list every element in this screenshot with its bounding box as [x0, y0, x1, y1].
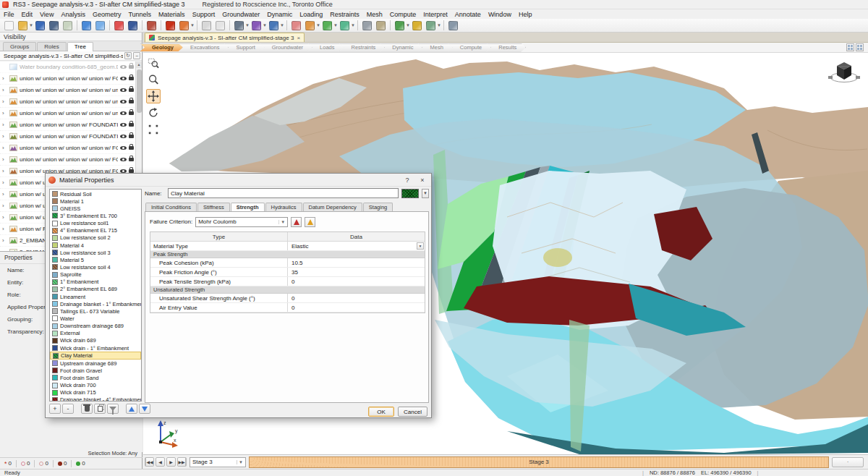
previous-stage-button[interactable]: ◀ — [156, 457, 165, 467]
lock-icon[interactable] — [129, 88, 134, 92]
workflow-tab-results[interactable]: Results — [486, 43, 526, 52]
dropdown-caret-icon[interactable]: ▼ — [406, 23, 410, 27]
add-material-button[interactable]: + — [49, 404, 61, 414]
ok-button[interactable]: OK — [368, 407, 394, 417]
dialog-title-bar[interactable]: Material Properties ? × — [46, 174, 431, 187]
toolbar-hide-entities-icon[interactable] — [290, 20, 302, 31]
expander-icon[interactable]: › — [2, 156, 7, 163]
last-stage-button[interactable]: ▶▶ — [177, 457, 187, 467]
material-item[interactable]: Material 4 — [50, 242, 141, 249]
property-data-cell[interactable]: 35 — [288, 268, 425, 276]
property-row[interactable]: Peak Cohesion (kPa)10.5 — [150, 258, 425, 268]
property-row[interactable]: Unsaturated Shear Strength Angle (°)0 — [150, 294, 425, 303]
collapse-all-icon[interactable]: − — [133, 52, 140, 59]
visibility-eye-icon[interactable] — [120, 111, 127, 115]
tab-roles[interactable]: Roles — [37, 42, 66, 51]
stage-options-button[interactable]: · — [832, 457, 864, 467]
material-item[interactable]: 1° Embankment — [50, 279, 141, 286]
tree-row[interactable]: Water boundary condition-685_geom.Defaul… — [0, 61, 136, 73]
tab-staging[interactable]: Staging — [363, 203, 393, 211]
material-item[interactable]: Foot drain Sand — [50, 374, 141, 381]
workflow-tab-mesh[interactable]: Mesh — [417, 43, 452, 52]
toolbar-display-options-icon[interactable] — [113, 20, 125, 31]
dropdown-caret-icon[interactable]: ▼ — [263, 23, 267, 27]
menu-groundwater[interactable]: Groundwater — [218, 11, 263, 18]
property-row[interactable]: Peak Tensile Strength (kPa)0 — [150, 277, 425, 286]
expand-all-icon[interactable]: ↻ — [124, 52, 132, 59]
toolbar-save-icon[interactable] — [34, 20, 46, 31]
menu-interpret[interactable]: Interpret — [420, 11, 451, 18]
menu-dynamic[interactable]: Dynamic — [263, 11, 296, 18]
expander-icon[interactable]: › — [2, 145, 7, 151]
material-item[interactable]: 3° Embankment EL 700 — [50, 212, 141, 219]
expander-icon[interactable]: › — [2, 75, 7, 82]
tab-groups[interactable]: Groups — [3, 42, 36, 51]
toolbar-visibility-options-icon[interactable] — [304, 20, 316, 31]
toolbar-select-geometry-icon[interactable] — [233, 20, 245, 31]
view-cube[interactable] — [827, 56, 861, 90]
workflow-tab-support[interactable]: Support — [224, 43, 264, 52]
tree-row[interactable]: ›union w/ union w/ union w/ union w/ uni… — [0, 85, 136, 96]
workflow-tab-groundwater[interactable]: Groundwater — [260, 43, 312, 52]
material-item[interactable]: Low resistance soil 2 — [50, 234, 141, 242]
workflow-tab-geology[interactable]: Geology — [140, 43, 183, 52]
cancel-button[interactable]: Cancel — [398, 407, 427, 417]
material-item[interactable]: External — [50, 330, 141, 337]
scroll-up-icon[interactable]: ▲ — [136, 61, 142, 68]
dropdown-caret-icon[interactable]: ▼ — [437, 23, 441, 27]
rotate-tool[interactable] — [146, 106, 161, 120]
toolbar-assign-properties-icon[interactable] — [178, 20, 190, 31]
toolbar-copy-view-icon[interactable] — [375, 20, 387, 31]
tab-tree[interactable]: Tree — [67, 42, 93, 51]
menu-view[interactable]: View — [36, 11, 57, 18]
tab-datum-dependency[interactable]: Datum Dependency — [303, 203, 362, 211]
lock-icon[interactable] — [129, 123, 134, 127]
workflow-tab-restraints[interactable]: Restraints — [339, 43, 386, 52]
dropdown-caret-icon[interactable]: ▼ — [351, 23, 355, 27]
tab-stiffness[interactable]: Stiffness — [197, 203, 230, 211]
material-item[interactable]: Wick drain 689 — [50, 337, 141, 344]
zoom-window-tool[interactable] — [146, 56, 161, 70]
material-item[interactable]: 4° Embankment EL 715 — [50, 227, 141, 234]
lock-icon[interactable] — [129, 135, 134, 138]
material-item[interactable]: Clay Material — [50, 352, 141, 360]
close-tab-icon[interactable]: × — [297, 35, 300, 41]
failure-criterion-select[interactable]: Mohr Coulomb ▼ — [195, 217, 288, 227]
lock-icon[interactable] — [129, 111, 134, 115]
lock-icon[interactable] — [129, 158, 134, 161]
next-stage-button[interactable]: ▶ — [166, 457, 176, 467]
remove-material-button[interactable]: - — [62, 404, 74, 414]
material-item[interactable]: Lineament — [50, 293, 141, 300]
toolbar-clear-selection-icon[interactable] — [214, 20, 226, 31]
menu-materials[interactable]: Materials — [155, 11, 189, 18]
toolbar-mesh-quality-icon[interactable] — [393, 20, 406, 31]
toolbar-select-volumes-icon[interactable] — [268, 20, 280, 31]
visibility-eye-icon[interactable] — [120, 88, 127, 92]
toolbar-show-all-icon[interactable] — [321, 20, 333, 31]
filter-material-button[interactable] — [107, 404, 119, 414]
menu-loading[interactable]: Loading — [296, 11, 326, 18]
visibility-eye-icon[interactable] — [120, 123, 127, 127]
expander-icon[interactable]: › — [2, 237, 7, 244]
expander-icon[interactable]: › — [2, 226, 7, 232]
tree-row[interactable]: ›union w/ union w/ union w/ FOUNDATION.S… — [0, 119, 136, 131]
lock-icon[interactable] — [129, 100, 134, 103]
menu-file[interactable]: File — [0, 11, 18, 18]
property-data-cell[interactable]: Elastic▼ — [288, 242, 425, 250]
expander-icon[interactable]: › — [2, 133, 7, 140]
toolbar-transparency-icon[interactable] — [339, 20, 351, 31]
visibility-eye-icon[interactable] — [120, 158, 127, 161]
material-item[interactable]: Residual Soil — [50, 190, 141, 197]
material-name-input[interactable]: Clay Material — [168, 188, 399, 198]
tree-row[interactable]: ›union w/ union w/ union w/ union w/ FOU… — [0, 73, 136, 85]
document-tab[interactable]: Seepage analysis-v.3 - SI-after CM simpl… — [145, 33, 305, 42]
tree-row[interactable]: ›union w/ union w/ union w/ FOUNDATION.S… — [0, 131, 136, 143]
material-item[interactable]: Low resistance soil 4 — [50, 263, 141, 271]
expander-icon[interactable]: › — [2, 203, 7, 209]
copy-material-button[interactable] — [94, 404, 106, 414]
dropdown-caret-icon[interactable]: ▼ — [190, 23, 195, 27]
material-item[interactable]: Material 1 — [50, 197, 141, 205]
workflow-tab-compute[interactable]: Compute — [448, 43, 491, 52]
material-item[interactable]: Upstream drainage 689 — [50, 360, 141, 367]
property-row[interactable]: Air Entry Value0 — [150, 303, 425, 313]
